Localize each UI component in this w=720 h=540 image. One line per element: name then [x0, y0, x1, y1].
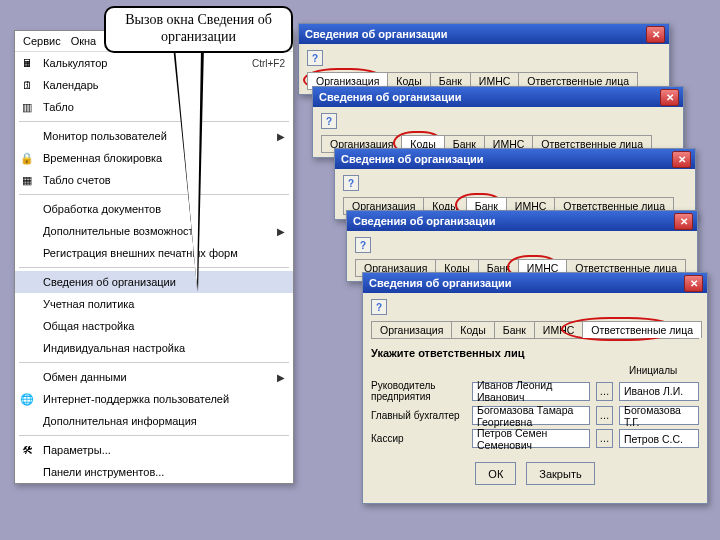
row1-value[interactable]: Иванов Леонид Иванович [472, 382, 590, 401]
tab-imns[interactable]: ИМНС [534, 321, 583, 338]
help-icon[interactable]: ? [307, 50, 323, 66]
row2-label: Главный бухгалтер [371, 410, 466, 421]
menu-calendar[interactable]: 🗓 Календарь [15, 74, 293, 96]
row1-initials[interactable]: Иванов Л.И. [619, 382, 699, 401]
window-title: Сведения об организации [305, 28, 448, 40]
menu-data-exchange[interactable]: Обмен данными ▶ [15, 366, 293, 388]
table-icon: ▦ [19, 172, 35, 188]
close-icon[interactable]: ✕ [684, 275, 703, 292]
ellipsis-button[interactable]: … [596, 429, 613, 448]
menu-accounts-tablo[interactable]: ▦ Табло счетов [15, 169, 293, 191]
chevron-right-icon: ▶ [277, 226, 285, 237]
close-button[interactable]: Закрыть [526, 462, 594, 485]
ok-button[interactable]: ОК [475, 462, 516, 485]
chevron-right-icon: ▶ [277, 372, 285, 383]
wrench-icon: 🛠 [19, 442, 35, 458]
row3-value[interactable]: Петров Семен Семенович [472, 429, 590, 448]
menu-accounting-policy[interactable]: Учетная политика [15, 293, 293, 315]
menu-toolbars[interactable]: Панели инструментов... [15, 461, 293, 483]
help-icon[interactable]: ? [355, 237, 371, 253]
org-window-5: Сведения об организации✕ ? Организация К… [362, 272, 708, 504]
menubar-service[interactable]: Сервис [23, 35, 61, 47]
calendar-icon: 🗓 [19, 77, 35, 93]
callout-line1: Вызов окна Сведения об [125, 12, 272, 27]
callout-line2: организации [161, 29, 236, 44]
menu-parameters[interactable]: 🛠 Параметры... [15, 439, 293, 461]
callout-bubble: Вызов окна Сведения об организации [104, 6, 293, 53]
help-icon[interactable]: ? [321, 113, 337, 129]
close-icon[interactable]: ✕ [646, 26, 665, 43]
menu-general-settings[interactable]: Общая настройка [15, 315, 293, 337]
menu-user-monitor[interactable]: Монитор пользователей ▶ [15, 125, 293, 147]
tab-org[interactable]: Организация [371, 321, 452, 338]
row3-initials[interactable]: Петров С.С. [619, 429, 699, 448]
menubar-windows[interactable]: Окна [71, 35, 97, 47]
close-icon[interactable]: ✕ [660, 89, 679, 106]
tab-resp[interactable]: Ответственные лица [582, 321, 702, 338]
menu-calculator[interactable]: 🖩 Калькулятор Ctrl+F2 [15, 52, 293, 74]
row1-label: Руководитель предприятия [371, 380, 466, 402]
row2-initials[interactable]: Богомазова Т.Г. [619, 406, 699, 425]
close-icon[interactable]: ✕ [672, 151, 691, 168]
calculator-icon: 🖩 [19, 55, 35, 71]
help-icon[interactable]: ? [343, 175, 359, 191]
globe-icon: 🌐 [19, 391, 35, 407]
menu-extra-features[interactable]: Дополнительные возможности ▶ [15, 220, 293, 242]
tab-bank[interactable]: Банк [494, 321, 535, 338]
chevron-right-icon: ▶ [277, 131, 285, 142]
menu-ext-print-forms[interactable]: Регистрация внешних печатных форм [15, 242, 293, 264]
col-initials: Инициалы [629, 365, 699, 376]
org-window-1: Сведения об организации✕ ? Организация К… [298, 23, 670, 95]
resp-section-title: Укажите ответственных лиц [371, 347, 699, 359]
menu-doc-processing[interactable]: Обработка документов [15, 198, 293, 220]
tablo-icon: ▥ [19, 99, 35, 115]
menu-tablo[interactable]: ▥ Табло [15, 96, 293, 118]
tab-codes[interactable]: Коды [451, 321, 494, 338]
menu-org-info[interactable]: Сведения об организации [15, 271, 293, 293]
lock-icon: 🔒 [19, 150, 35, 166]
menu-temp-lock[interactable]: 🔒 Временная блокировка [15, 147, 293, 169]
ellipsis-button[interactable]: … [596, 382, 613, 401]
menu-extra-info[interactable]: Дополнительная информация [15, 410, 293, 432]
menu-internet-support[interactable]: 🌐 Интернет-поддержка пользователей [15, 388, 293, 410]
service-menu: Сервис Окна 🖩 Калькулятор Ctrl+F2 🗓 Кале… [14, 30, 294, 484]
close-icon[interactable]: ✕ [674, 213, 693, 230]
help-icon[interactable]: ? [371, 299, 387, 315]
row2-value[interactable]: Богомазова Тамара Георгиевна [472, 406, 590, 425]
ellipsis-button[interactable]: … [596, 406, 613, 425]
row3-label: Кассир [371, 433, 466, 444]
menu-individual-settings[interactable]: Индивидуальная настройка [15, 337, 293, 359]
